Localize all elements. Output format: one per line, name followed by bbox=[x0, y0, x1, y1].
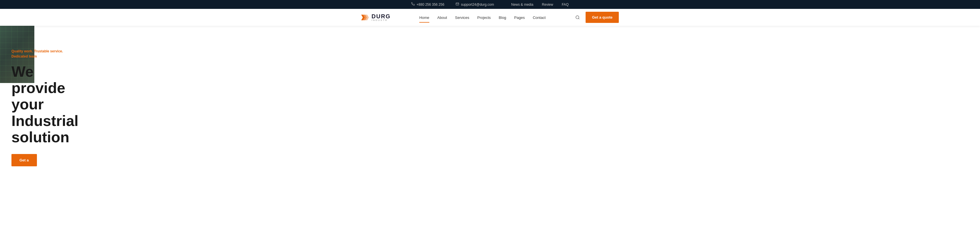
svg-line-5 bbox=[579, 18, 579, 19]
top-bar-left: +880 256 356 256 support24@durg.com bbox=[411, 2, 494, 6]
main-nav: DURG INDUSTR Home About Services Project… bbox=[0, 9, 980, 26]
hero-tagline-line2: Dedicated team bbox=[11, 54, 37, 59]
get-quote-button[interactable]: Get a quote bbox=[585, 12, 619, 23]
logo-text: DURG INDUSTR bbox=[372, 13, 391, 21]
email-address: support24@durg.com bbox=[461, 3, 494, 6]
hero-tagline: Quality work. Trustable service. Dedicat… bbox=[11, 49, 78, 59]
top-bar: +880 256 356 256 support24@durg.com News… bbox=[0, 0, 980, 9]
nav-item-about[interactable]: About bbox=[438, 15, 447, 20]
nav-item-home[interactable]: Home bbox=[419, 15, 430, 20]
nav-item-projects[interactable]: Projects bbox=[477, 15, 491, 20]
phone-icon bbox=[411, 2, 415, 6]
nav-inner: DURG INDUSTR Home About Services Project… bbox=[361, 9, 619, 26]
hero-title: We provide your Industrial solution bbox=[11, 64, 78, 145]
faq-link[interactable]: FAQ bbox=[562, 3, 569, 6]
hero-section: Quality work. Trustable service. Dedicat… bbox=[0, 26, 980, 166]
nav-item-pages[interactable]: Pages bbox=[514, 15, 525, 20]
hero-tagline-line1: Quality work. Trustable service. bbox=[11, 49, 63, 53]
phone-number: +880 256 356 256 bbox=[417, 3, 444, 6]
svg-point-4 bbox=[576, 16, 579, 19]
phone-contact: +880 256 356 256 bbox=[411, 2, 444, 6]
email-contact: support24@durg.com bbox=[456, 2, 494, 6]
search-icon bbox=[575, 15, 580, 20]
hero-content: Quality work. Trustable service. Dedicat… bbox=[0, 49, 78, 166]
nav-item-services[interactable]: Services bbox=[455, 15, 469, 20]
nav-links: Home About Services Projects Blog Pages … bbox=[419, 15, 546, 20]
nav-item-contact[interactable]: Contact bbox=[533, 15, 546, 20]
logo[interactable]: DURG INDUSTR bbox=[361, 13, 391, 21]
top-bar-right: News & media Review FAQ bbox=[511, 3, 569, 6]
review-link[interactable]: Review bbox=[542, 3, 553, 6]
hero-cta-button[interactable]: Get a bbox=[11, 154, 37, 166]
logo-sub: INDUSTR bbox=[372, 19, 391, 21]
nav-item-blog[interactable]: Blog bbox=[499, 15, 506, 20]
search-button[interactable] bbox=[574, 14, 581, 21]
news-media-link[interactable]: News & media bbox=[511, 3, 533, 6]
logo-icon bbox=[361, 13, 369, 21]
nav-right: Get a quote bbox=[574, 12, 619, 23]
logo-name: DURG bbox=[372, 13, 391, 19]
email-icon bbox=[456, 2, 459, 6]
